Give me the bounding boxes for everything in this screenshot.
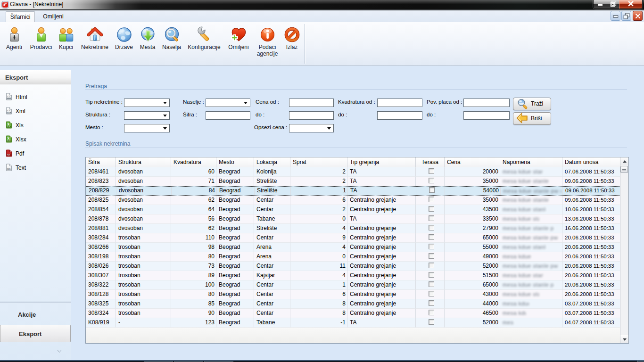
svg-text:XLS: XLS — [7, 126, 10, 128]
svg-text:XLSX: XLSX — [7, 140, 11, 142]
svg-text:TXT: TXT — [7, 168, 10, 170]
svg-text:XML: XML — [7, 112, 10, 114]
svg-text:<>: <> — [7, 95, 10, 98]
svg-text:<>: <> — [7, 109, 10, 112]
svg-text:PDF: PDF — [7, 154, 10, 156]
